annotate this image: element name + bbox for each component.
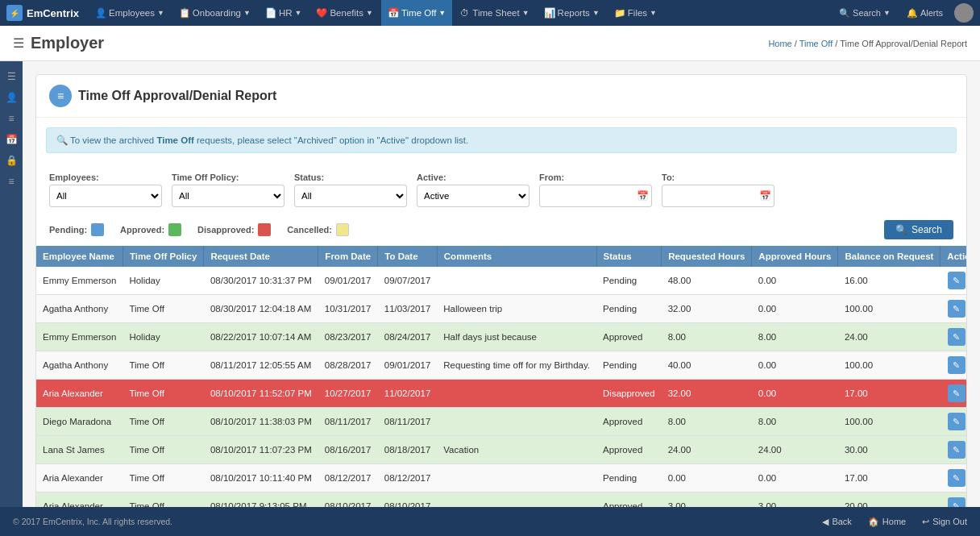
signout-label: Sign Out [932,517,967,526]
cell-2: 08/10/2017 9:13:05 PM [204,492,318,508]
cell-4: 08/24/2017 [378,323,438,351]
cell-action: ✎ ⬇ ✕ [941,323,966,351]
breadcrumb: Home / Time Off / Time Off Approval/Deni… [768,39,967,48]
cell-3: 10/31/2017 [318,295,378,323]
edit-button[interactable]: ✎ [948,413,965,430]
nav-item-reports[interactable]: 📊Reports▼ [538,0,606,26]
cell-action: ✎ ⬇ ✕ [941,436,966,464]
to-input[interactable] [662,185,774,207]
col-request-date: Request Date [204,246,318,267]
filter-row: Employees: All Time Off Policy: All Stat… [36,163,966,214]
info-bar: 🔍 To view the archived Time Off requests… [46,127,957,153]
edit-button[interactable]: ✎ [948,272,965,289]
cell-5 [437,464,596,492]
cell-5 [437,408,596,436]
cell-8: 0.00 [752,267,838,295]
search-area: 🔍 Search [884,220,953,239]
cell-0: Lana St James [36,436,122,464]
status-select[interactable]: All [294,185,407,207]
table-row: Aria AlexanderTime Off08/10/2017 9:13:05… [36,492,966,508]
sidebar-icon-4[interactable]: 🔒 [2,152,20,169]
from-label: From: [539,172,652,182]
cell-2: 08/11/2017 12:05:55 AM [204,351,318,380]
edit-button[interactable]: ✎ [948,441,965,459]
cell-8: 24.00 [752,436,838,464]
nav-item-time-sheet[interactable]: ⏱Time Sheet▼ [454,0,535,26]
nav-item-onboarding[interactable]: 📋Onboarding▼ [172,0,257,26]
signout-button[interactable]: ↩ Sign Out [922,517,967,527]
search-chevron: ▼ [883,9,891,17]
col-from-date: From Date [318,246,378,267]
hamburger-icon[interactable]: ☰ [13,35,24,51]
alerts-icon: 🔔 [907,8,918,19]
edit-button[interactable]: ✎ [948,300,965,318]
table-row: Diego MaradonaTime Off08/10/2017 11:38:0… [36,408,966,436]
legend-pending-label: Pending: [49,225,87,235]
back-label: Back [832,517,851,526]
legend-approved-box [168,223,181,236]
cell-1: Time Off [122,380,204,408]
cell-6: Approved [596,492,662,508]
from-calendar-icon[interactable]: 📅 [637,190,649,202]
nav-item-employees[interactable]: 👤Employees▼ [89,0,171,26]
from-input[interactable] [539,185,652,207]
edit-button[interactable]: ✎ [948,356,965,374]
breadcrumb-current: Time Off Approval/Denial Report [840,39,967,48]
edit-button[interactable]: ✎ [948,497,965,507]
card-header-title: Time Off Approval/Denial Report [78,89,276,103]
breadcrumb-home[interactable]: Home [768,39,791,48]
nav-item-time-off[interactable]: 📅Time Off▼ [381,0,452,26]
cell-0: Diego Maradona [36,408,122,436]
sidebar-icon-5[interactable]: ≡ [2,172,20,190]
cell-2: 08/30/2017 12:04:18 AM [204,295,318,323]
data-table: Employee NameTime Off PolicyRequest Date… [36,246,966,507]
search-button[interactable]: 🔍 Search ▼ [834,8,895,19]
nav-item-files[interactable]: 📁Files▼ [608,0,663,26]
edit-button[interactable]: ✎ [948,328,965,346]
cell-4: 08/18/2017 [378,436,438,464]
table-row: Emmy EmmersonHoliday08/30/2017 10:31:37 … [36,267,966,295]
sidebar: ☰👤≡📅🔒≡ [0,61,23,507]
home-icon: 🏠 [868,517,879,527]
cell-7: 8.00 [662,323,752,351]
breadcrumb-timeoff[interactable]: Time Off [799,39,833,48]
sidebar-icon-2[interactable]: ≡ [2,110,20,127]
top-navigation: ⚡ EmCentrix 👤Employees▼📋Onboarding▼📄HR▼❤… [0,0,980,26]
cell-5 [437,267,596,295]
home-label: Home [882,517,906,526]
cell-9: 100.00 [838,408,941,436]
filter-active: Active: Active Archived [417,172,529,207]
col-employee-name: Employee Name [36,246,122,267]
cell-0: Aria Alexander [36,492,122,508]
copyright: © 2017 EmCentrix, Inc. All rights reserv… [13,517,172,526]
policy-select[interactable]: All [172,185,284,207]
cell-8: 8.00 [752,408,838,436]
legend-cancelled-label: Cancelled: [287,225,332,235]
search-button-main[interactable]: 🔍 Search [884,220,953,239]
nav-item-benefits[interactable]: ❤️Benefits▼ [309,0,379,26]
cell-6: Pending [596,351,662,380]
sidebar-icon-3[interactable]: 📅 [2,131,20,148]
brand-logo[interactable]: ⚡ EmCentrix [6,5,79,21]
nav-item-hr[interactable]: 📄HR▼ [259,0,309,26]
edit-button[interactable]: ✎ [948,469,965,487]
sidebar-icon-0[interactable]: ☰ [2,68,20,85]
cell-3: 08/16/2017 [318,436,378,464]
to-calendar-icon[interactable]: 📅 [759,190,771,202]
filter-status: Status: All [294,172,407,207]
alerts-button[interactable]: 🔔 Alerts [902,8,948,19]
back-button[interactable]: ◀ Back [822,517,851,527]
employees-select[interactable]: All [49,185,162,207]
cell-5: Requesting time off for my Birthday. [437,351,596,380]
sidebar-icon-1[interactable]: 👤 [2,89,20,106]
active-select[interactable]: Active Archived [417,185,529,207]
edit-button[interactable]: ✎ [948,384,965,402]
cell-9: 17.00 [838,380,941,408]
cell-3: 08/11/2017 [318,408,378,436]
cell-2: 08/10/2017 11:07:23 PM [204,436,318,464]
col-to-date: To Date [378,246,438,267]
cell-7: 24.00 [662,436,752,464]
cell-9: 100.00 [838,295,941,323]
user-avatar[interactable] [954,3,974,23]
home-button[interactable]: 🏠 Home [868,517,906,527]
